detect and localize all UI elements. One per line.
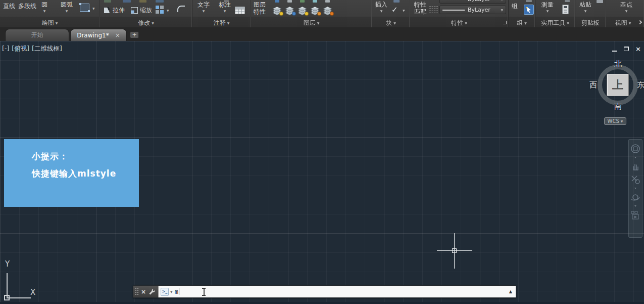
layer-thaw-icon[interactable]	[298, 6, 308, 15]
block-panel-title[interactable]: 块▼	[372, 19, 410, 27]
circle-button[interactable]: 圆 ▼	[41, 1, 47, 13]
zoom-icon[interactable]	[630, 175, 640, 185]
clipped-icon	[393, 0, 400, 3]
layer-lock-icon[interactable]	[310, 6, 320, 15]
annotate-panel-title[interactable]: 注释▼	[192, 19, 251, 27]
viewcube-east[interactable]: 东	[637, 80, 644, 90]
customize-wrench-icon[interactable]	[148, 288, 156, 295]
tab-start[interactable]: 开始	[5, 29, 69, 41]
pan-hand-icon[interactable]	[630, 161, 640, 171]
command-input[interactable]: >_ ▼ m ▲	[158, 286, 516, 297]
caret-down-icon: ▼	[43, 9, 46, 13]
viewport-visual-style-button[interactable]: [二维线框]	[32, 45, 62, 52]
layer-freeze-icon[interactable]	[285, 6, 295, 15]
clipped-icon	[597, 0, 603, 3]
caret-down-icon[interactable]	[634, 188, 636, 189]
command-prompt-icon: >_	[161, 288, 169, 296]
group-button[interactable]: 组	[512, 2, 518, 11]
viewcube-west[interactable]: 西	[589, 80, 597, 90]
match-properties-button[interactable]: 特性匹配	[413, 1, 427, 15]
cursor-arrow-icon	[526, 7, 532, 13]
viewport-menu-button[interactable]: [-]	[2, 45, 9, 52]
dialog-launcher-icon[interactable]	[503, 21, 507, 24]
ibeam-cursor	[202, 288, 206, 296]
clipboard-panel-title[interactable]: 剪贴板	[575, 19, 606, 27]
caret-down-icon[interactable]	[634, 205, 636, 207]
drawing-canvas[interactable]: [-] [俯视] [二维线框] × 上 北 南 西 东 WCS ▼ 小提示： 快…	[0, 41, 644, 304]
ribbon-panel-group: 组 组▼	[509, 0, 535, 27]
caret-down-icon[interactable]: ▼	[170, 290, 173, 293]
wcs-dropdown[interactable]: WCS ▼	[604, 117, 626, 125]
ribbon-panel-clipboard: 粘贴 ▼ 剪贴板	[575, 0, 606, 27]
ucs-x-axis	[7, 297, 31, 298]
caret-down-icon[interactable]: ▼	[92, 7, 95, 10]
new-tab-button[interactable]: +	[130, 31, 139, 38]
caret-down-icon: ▼	[621, 119, 623, 123]
layer-on-off-icon[interactable]	[272, 6, 282, 15]
paste-button[interactable]: 粘贴 ▼	[579, 1, 591, 13]
lineweight-dropdown[interactable]: ByLayer ▼	[439, 6, 506, 14]
scale-icon	[130, 7, 138, 14]
minimize-icon[interactable]	[612, 44, 617, 54]
tab-drawing1[interactable]: Drawing1* ×	[70, 29, 127, 41]
caret-down-icon: ▼	[625, 9, 628, 13]
table-tool-icon[interactable]	[235, 7, 245, 14]
tip-box: 小提示： 快捷键输入mlstyle	[4, 139, 139, 207]
fillet-tool-icon[interactable]	[177, 5, 186, 13]
utilities-panel-title[interactable]: 实用工具▼	[535, 19, 575, 27]
calculator-icon[interactable]	[562, 5, 569, 14]
stretch-button[interactable]: 拉伸	[103, 6, 125, 15]
clipped-icon	[104, 0, 111, 3]
polyline-button[interactable]: 多段线	[18, 2, 36, 11]
caret-down-icon: ▼	[56, 21, 58, 25]
viewcube-top-face[interactable]: 上	[607, 74, 628, 96]
caret-down-icon: ▼	[66, 9, 68, 13]
caret-down-icon: ▼	[203, 9, 205, 13]
close-icon[interactable]: ×	[635, 46, 641, 52]
measure-button[interactable]: 测量 ▼	[541, 1, 554, 13]
group-selection-button[interactable]	[524, 5, 534, 15]
ribbon-panel-utilities: 测量 ▼ 实用工具▼	[535, 0, 575, 27]
tab-close-icon[interactable]: ×	[115, 32, 120, 39]
restore-icon[interactable]	[624, 47, 629, 51]
drag-handle-icon[interactable]	[135, 287, 138, 296]
properties-panel-title[interactable]: 特性▼	[410, 19, 508, 27]
caret-down-icon[interactable]: ▼	[167, 9, 169, 12]
insert-block-button[interactable]: 插入 ▼	[375, 1, 387, 13]
caret-down-icon: ▼	[380, 9, 383, 13]
layers-panel-title[interactable]: 图层▼	[251, 19, 372, 27]
color-dropdown[interactable]: ByLayer ▼	[439, 0, 506, 4]
file-tab-bar: 开始 Drawing1* × +	[0, 27, 644, 41]
scale-button[interactable]: 缩放	[130, 6, 152, 15]
linetype-icon[interactable]	[429, 7, 438, 13]
text-button[interactable]: 文字 ▼	[197, 1, 210, 13]
array-tool-icon[interactable]	[156, 6, 164, 14]
dimension-button[interactable]: 标注 ▼	[219, 1, 231, 13]
clipped-icon	[123, 0, 131, 3]
command-close-icon[interactable]: ×	[141, 288, 146, 295]
ribbon-panel-draw: 直线 多段线 圆 ▼ 圆弧 ▼ ▼ 绘图▼	[0, 0, 100, 27]
group-panel-title[interactable]: 组▼	[509, 19, 535, 27]
viewcube-south[interactable]: 南	[614, 102, 622, 111]
modify-panel-title[interactable]: 修改▼	[100, 19, 192, 27]
base-point-button[interactable]: 基点 ▼	[620, 1, 632, 13]
layer-current-icon[interactable]	[323, 6, 333, 15]
draw-panel-title[interactable]: 绘图▼	[0, 19, 100, 27]
edit-attribute-icon[interactable]: ✓	[391, 6, 398, 14]
viewport-view-button[interactable]: [俯视]	[12, 45, 29, 52]
ucs-x-label: X	[30, 288, 35, 297]
arc-button[interactable]: 圆弧 ▼	[61, 1, 73, 13]
text-caret	[179, 288, 179, 295]
caret-down-icon: ▼	[152, 21, 154, 25]
command-history-icon[interactable]: ▲	[509, 289, 512, 294]
caret-down-icon[interactable]: ▼	[403, 9, 405, 12]
line-button[interactable]: 直线	[3, 2, 15, 11]
navigation-wheel-icon[interactable]	[630, 144, 640, 154]
viewcube-north[interactable]: 北	[614, 59, 622, 69]
caret-down-icon[interactable]	[634, 157, 636, 158]
layer-properties-button[interactable]: 图层特性	[253, 1, 267, 15]
crosshair-pickbox	[452, 248, 457, 253]
rectangle-tool-icon[interactable]	[80, 4, 89, 12]
showmotion-icon[interactable]	[630, 210, 640, 220]
orbit-icon[interactable]	[630, 192, 640, 202]
